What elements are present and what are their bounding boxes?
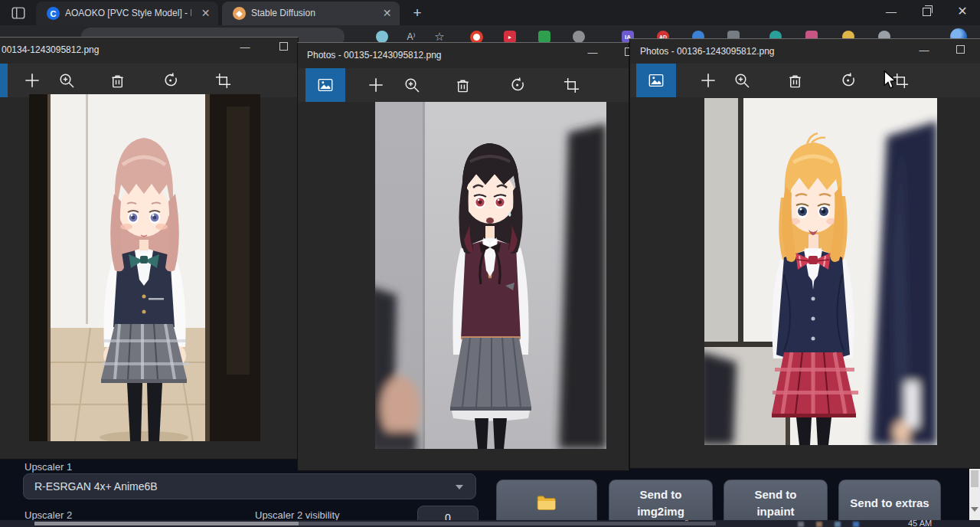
see-all-photos-button[interactable] — [305, 68, 345, 102]
upscaler1-value: R-ESRGAN 4x+ Anime6B — [34, 480, 158, 493]
extension-icon[interactable] — [573, 31, 585, 43]
scrollbar-thumb[interactable] — [971, 470, 978, 487]
crop-icon[interactable] — [212, 70, 234, 91]
folder-icon — [537, 495, 557, 512]
minimize-icon[interactable]: — — [230, 39, 260, 57]
photo-image-00135 — [375, 102, 606, 449]
add-to-icon[interactable] — [21, 70, 43, 91]
desktop: C AOAOKO [PVC Style Model] - PV ✕ ◆ Stab… — [0, 0, 980, 527]
extension-icon[interactable]: ▸ — [504, 31, 516, 43]
add-to-icon[interactable] — [697, 70, 719, 91]
window-title: 00134-1243095812.png — [2, 44, 99, 55]
photo-grid-icon — [648, 72, 665, 89]
chevron-down-icon — [456, 485, 463, 489]
tray-icon[interactable] — [798, 522, 804, 527]
delete-icon[interactable] — [452, 74, 473, 96]
window-title: Photos - 00135-1243095812.png — [307, 50, 441, 61]
delete-icon[interactable] — [784, 70, 805, 91]
tab-label: AOAOKO [PVC Style Model] - PV — [65, 8, 191, 18]
civitai-favicon-icon: C — [47, 7, 60, 20]
crop-icon[interactable] — [560, 74, 582, 96]
favorites-star-icon[interactable]: ☆ — [433, 31, 446, 43]
photos-window-00136: Photos - 00136-1243095812.png — — [629, 38, 980, 469]
browser-minimize-icon[interactable]: — — [874, 0, 909, 25]
tab-close-icon[interactable]: ✕ — [381, 7, 394, 20]
window-title: Photos - 00136-1243095812.png — [640, 46, 774, 57]
zoom-icon[interactable] — [401, 74, 423, 96]
tray-icon[interactable] — [835, 522, 841, 527]
maximize-icon[interactable] — [945, 42, 975, 61]
horizontal-scrollbar-thumb[interactable] — [34, 522, 299, 525]
upscaler2-label: Upscaler 2 — [24, 509, 72, 521]
see-all-photos-button[interactable] — [636, 64, 676, 97]
photos-window-00134: 00134-1243095812.png — — [0, 37, 299, 460]
minimize-icon[interactable]: — — [577, 44, 608, 63]
extension-icon[interactable] — [538, 31, 550, 43]
button-label: Send to extras — [850, 495, 929, 512]
scroll-down-icon[interactable] — [971, 507, 978, 512]
upscaler1-dropdown[interactable]: R-ESRGAN 4x+ Anime6B — [23, 473, 476, 499]
rotate-icon[interactable] — [507, 74, 528, 96]
maximize-icon[interactable] — [268, 39, 299, 57]
zoom-icon[interactable] — [56, 70, 77, 91]
delete-icon[interactable] — [106, 70, 128, 91]
page-scrollbar[interactable] — [969, 469, 980, 527]
photo-grid-icon — [317, 77, 334, 93]
taskbar-clock[interactable]: 45 AM — [908, 520, 932, 527]
rotate-icon[interactable] — [838, 70, 859, 91]
extension-icon[interactable] — [376, 31, 388, 43]
tab-close-icon[interactable]: ✕ — [199, 7, 212, 20]
photo-image-00136 — [704, 98, 937, 445]
upscaler2-visibility-label: Upscaler 2 visibility — [255, 509, 340, 521]
button-label: Send to img2img — [632, 486, 690, 520]
browser-restore-icon[interactable] — [909, 0, 944, 25]
sd-favicon-icon: ◆ — [233, 7, 246, 20]
browser-close-icon[interactable]: ✕ — [945, 0, 980, 25]
button-label: Send to inpaint — [748, 486, 803, 520]
new-tab-icon[interactable]: + — [409, 5, 426, 21]
upscaler1-label: Upscaler 1 — [24, 461, 72, 473]
add-to-icon[interactable] — [365, 74, 387, 96]
horizontal-scrollbar-track[interactable] — [299, 522, 716, 525]
tab-search-icon[interactable] — [10, 5, 27, 21]
tab-stable-diffusion[interactable]: ◆ Stable Diffusion ✕ — [222, 2, 400, 25]
rotate-icon[interactable] — [160, 70, 181, 91]
tray-icon[interactable] — [853, 522, 859, 527]
see-all-photos-button[interactable] — [0, 64, 8, 97]
browser-tab-bar: C AOAOKO [PVC Style Model] - PV ✕ ◆ Stab… — [0, 0, 980, 25]
tray-chevron-icon[interactable]: ⌃ — [684, 520, 690, 526]
photos-window-00135: Photos - 00135-1243095812.png — — [297, 42, 629, 471]
mouse-cursor — [884, 70, 897, 93]
tab-label: Stable Diffusion — [251, 8, 377, 18]
read-aloud-icon[interactable]: A⁾ — [405, 31, 417, 43]
photos-toolbar — [0, 64, 298, 97]
zoom-icon[interactable] — [731, 70, 753, 91]
tab-civitai[interactable]: C AOAOKO [PVC Style Model] - PV ✕ — [36, 2, 218, 25]
taskbar: ⌃ 45 AM — [0, 520, 980, 527]
tray-icon[interactable] — [816, 522, 822, 527]
minimize-icon[interactable]: — — [909, 42, 939, 61]
photo-image-00134 — [29, 94, 260, 441]
